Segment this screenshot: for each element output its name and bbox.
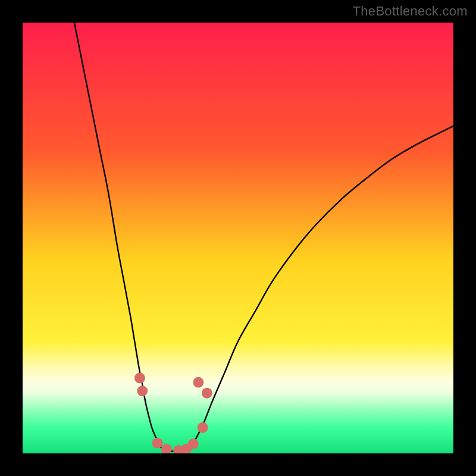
data-marker [198, 422, 208, 433]
data-marker [202, 388, 212, 399]
chart-stage: TheBottleneck.com [0, 0, 476, 476]
data-marker [137, 386, 148, 396]
plot-area [23, 23, 453, 453]
data-marker [193, 377, 203, 388]
watermark-text: TheBottleneck.com [353, 4, 468, 19]
data-marker [152, 438, 163, 449]
chart-svg [23, 23, 453, 453]
data-marker [134, 372, 145, 383]
data-marker [188, 439, 199, 449]
